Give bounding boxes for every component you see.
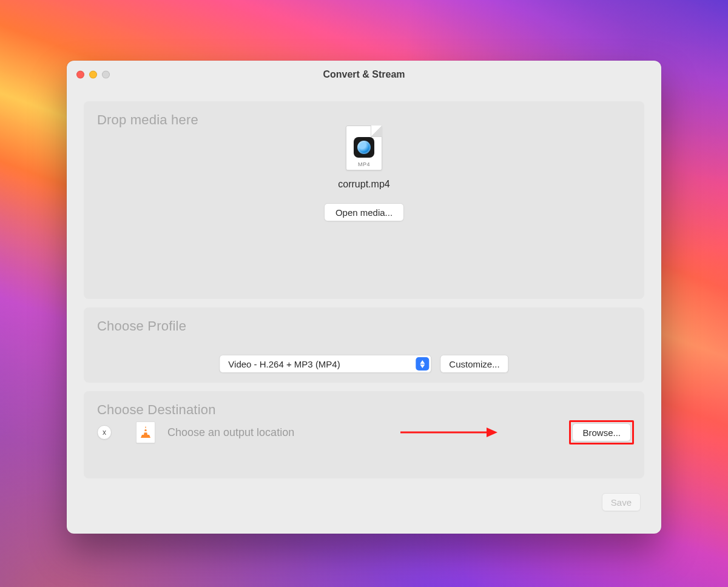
destination-placeholder: Choose an output location [167,426,572,439]
page-fold-icon [371,126,382,137]
profile-select[interactable]: Video - H.264 + MP3 (MP4) [219,355,431,373]
choose-profile-heading: Choose Profile [97,318,631,334]
browse-button-highlight: Browse... [572,423,631,441]
file-extension-label: MP4 [346,161,382,167]
save-button[interactable]: Save [602,493,641,511]
browse-destination-button[interactable]: Browse... [572,423,631,441]
profile-controls: Video - H.264 + MP3 (MP4) Customize... [219,355,508,373]
choose-profile-section: Choose Profile Video - H.264 + MP3 (MP4)… [84,307,644,383]
open-media-button[interactable]: Open media... [324,203,404,221]
drop-media-content: MP4 corrupt.mp4 Open media... [285,126,443,221]
window-body: Drop media here MP4 corrupt.mp4 Open med… [67,89,661,517]
clear-destination-button[interactable]: x [97,425,112,440]
media-file-name: corrupt.mp4 [338,179,389,190]
minimize-window-button[interactable] [89,71,97,79]
vlc-cone-icon [136,421,155,443]
select-stepper-icon [416,357,429,371]
window-traffic-lights [76,71,110,79]
destination-controls: x Choose an output location Browse... [97,421,631,443]
drop-media-section[interactable]: Drop media here MP4 corrupt.mp4 Open med… [84,101,644,299]
profile-select-value: Video - H.264 + MP3 (MP4) [228,359,340,369]
window-title: Convert & Stream [323,69,405,80]
quicktime-icon [354,137,374,158]
svg-rect-0 [144,428,147,429]
customize-profile-button[interactable]: Customize... [440,355,508,373]
footer-row: Save [84,487,644,511]
zoom-window-button[interactable] [102,71,110,79]
media-file-icon: MP4 [346,126,382,170]
choose-destination-section: Choose Destination x Choose an output lo… [84,391,644,478]
window-titlebar: Convert & Stream [67,61,661,89]
choose-destination-heading: Choose Destination [97,402,631,418]
close-window-button[interactable] [76,71,84,79]
svg-rect-1 [144,431,147,432]
convert-stream-window: Convert & Stream Drop media here MP4 cor… [67,61,661,534]
